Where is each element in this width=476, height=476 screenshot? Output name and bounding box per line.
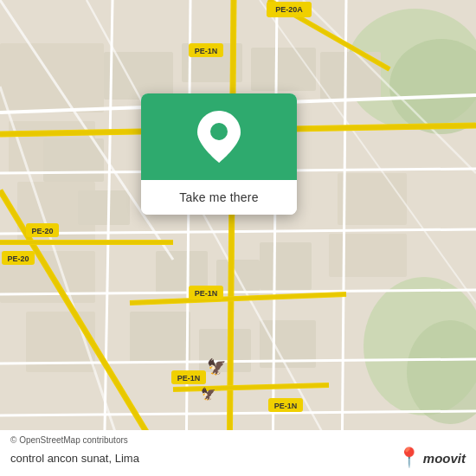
location-label-row: control ancon sunat, Lima 📍 moovit <box>10 447 466 469</box>
svg-text:PE-1N: PE-1N <box>177 374 201 383</box>
osm-attribution: © OpenStreetMap contributors <box>10 435 466 445</box>
moovit-pin-icon: 📍 <box>397 447 421 469</box>
moovit-logo-text: moovit <box>423 451 466 466</box>
svg-text:🦅: 🦅 <box>201 387 216 402</box>
take-me-there-button[interactable]: Take me there <box>141 180 297 215</box>
svg-point-71 <box>210 123 228 140</box>
location-text: control ancon sunat, Lima <box>10 452 139 465</box>
svg-text:PE-20A: PE-20A <box>275 5 303 14</box>
svg-rect-12 <box>43 138 104 182</box>
popup-icon-area <box>141 93 297 180</box>
svg-rect-17 <box>130 312 190 363</box>
svg-rect-10 <box>338 173 407 225</box>
map-container: PE-20A PE-1N PE-1N PE-20 PE-20 PE-1N PE-… <box>0 0 476 476</box>
svg-text:PE-1N: PE-1N <box>195 47 218 55</box>
svg-text:PE-20: PE-20 <box>7 254 29 263</box>
svg-rect-16 <box>260 242 312 290</box>
moovit-logo: 📍 moovit <box>397 447 466 469</box>
svg-text:🦅: 🦅 <box>207 357 227 376</box>
svg-text:PE-1N: PE-1N <box>195 289 218 298</box>
svg-rect-22 <box>251 48 316 91</box>
svg-rect-11 <box>329 234 407 277</box>
svg-rect-20 <box>104 52 173 100</box>
svg-rect-13 <box>78 190 130 225</box>
location-pin-icon <box>197 111 241 163</box>
map-svg: PE-20A PE-1N PE-1N PE-20 PE-20 PE-1N PE-… <box>0 0 476 476</box>
popup-card: Take me there <box>141 93 297 215</box>
svg-text:PE-20: PE-20 <box>31 227 53 235</box>
bottom-bar: © OpenStreetMap contributors control anc… <box>0 430 476 476</box>
svg-text:PE-1N: PE-1N <box>274 402 298 410</box>
